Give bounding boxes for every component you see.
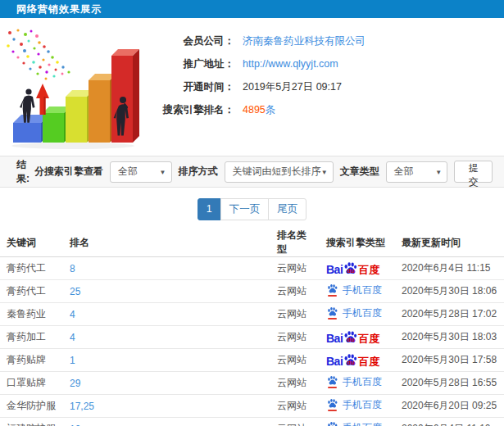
mobile-baidu-badge: 手机百度 — [326, 421, 382, 426]
rank-type-cell: 云网站 — [270, 395, 320, 418]
keyword-cell: 福建防护服 — [0, 418, 63, 426]
info-row-url: 推广地址： http://www.qlyyjt.com — [146, 52, 504, 75]
rank-link[interactable]: 8 — [70, 263, 75, 274]
updated-text: 2020年5月28日 16:55 — [402, 377, 497, 388]
article-type-value: 全部 — [394, 165, 414, 179]
baidu-cn-text: 百度 — [358, 333, 379, 344]
next-page-button[interactable]: 下一页 — [220, 198, 270, 220]
mobile-baidu-badge: 手机百度 — [326, 375, 382, 389]
last-page-button[interactable]: 尾页 — [268, 198, 306, 220]
rank-link[interactable]: 29 — [70, 378, 80, 389]
updated-text: 2020年6月20日 09:25 — [402, 400, 497, 411]
updated-text: 2020年5月30日 18:06 — [402, 285, 497, 297]
keyword-ranking-table: 关键词 排名 排名类型 搜索引擎类型 最新更新时间 膏药代工 8 云网站 Bai… — [0, 229, 504, 426]
rank-count-number: 4895 — [243, 104, 266, 116]
updated-cell: 2020年6月20日 09:25 — [395, 395, 504, 418]
filter-controls: 分搜索引擎查看 全部 ▼ 排序方式 关键词由短到长排序 ▼ 文章类型 全部 ▼ … — [34, 161, 493, 183]
rank-cell: 4 — [63, 326, 270, 349]
engine-filter-select[interactable]: 全部 ▼ — [110, 161, 172, 183]
keyword-cell: 膏药代工 — [0, 280, 63, 303]
engine-cell: 手机百度 — [320, 280, 395, 303]
rank-cell: 4 — [63, 303, 270, 326]
keyword-cell: 口罩贴牌 — [0, 372, 63, 395]
table-row: 口罩贴牌 29 云网站 手机百度 2020年5月28日 16:55 — [0, 372, 504, 395]
promo-url-link[interactable]: http://www.qlyyjt.com — [243, 58, 338, 70]
rank-type-cell: 云网站 — [270, 326, 320, 349]
updated-text: 2020年5月28日 17:02 — [402, 308, 497, 320]
rank-type-cell: 云网站 — [270, 257, 320, 280]
page-header: 网络营销效果展示 — [0, 0, 504, 18]
member-info-panel: 会员公司： 济南秦鲁药业科技有限公司 推广地址： http://www.qlyy… — [146, 18, 504, 156]
baidu-logo: Bai du 百度 — [326, 330, 379, 344]
rank-count-value: 4895条 — [243, 103, 275, 117]
rank-type-text: 云网站 — [277, 262, 306, 274]
article-type-label: 文章类型 — [340, 165, 379, 179]
promo-url-label: 推广地址： — [146, 57, 234, 71]
pagination: 1 下一页 尾页 — [0, 198, 504, 220]
updated-cell: 2020年5月30日 17:58 — [395, 349, 504, 372]
table-row: 膏药加工 4 云网站 Bai du 百度 2020年5月30日 18:03 — [0, 326, 504, 349]
mobile-baidu-label: 手机百度 — [343, 398, 382, 412]
caret-down-icon: ▼ — [435, 168, 442, 175]
mobile-baidu-red-bar — [328, 295, 337, 297]
updated-cell: 2020年5月30日 18:03 — [395, 326, 504, 349]
rank-type-text: 云网站 — [277, 423, 306, 426]
mobile-baidu-paw-icon — [326, 421, 338, 426]
sort-label: 排序方式 — [179, 165, 218, 179]
bar-red — [111, 49, 139, 143]
rank-link[interactable]: 1 — [70, 355, 75, 366]
rank-cell: 1 — [63, 349, 270, 372]
rank-link[interactable]: 10 — [70, 424, 80, 426]
page-1-button[interactable]: 1 — [198, 198, 221, 220]
company-link[interactable]: 济南秦鲁药业科技有限公司 — [243, 34, 366, 48]
rank-cell: 17,25 — [63, 395, 270, 418]
keyword-text: 秦鲁药业 — [7, 308, 46, 320]
keyword-cell: 膏药贴牌 — [0, 349, 63, 372]
caret-down-icon: ▼ — [321, 168, 328, 175]
engine-cell: Bai du 百度 — [320, 349, 395, 372]
mobile-baidu-paw-icon — [326, 283, 338, 297]
article-type-select[interactable]: 全部 ▼ — [386, 161, 448, 183]
rank-cell: 29 — [63, 372, 270, 395]
rank-link[interactable]: 4 — [70, 309, 75, 320]
rank-type-cell: 云网站 — [270, 280, 320, 303]
baidu-paw-icon: du — [343, 353, 357, 367]
sort-select[interactable]: 关键词由短到长排序 ▼ — [225, 161, 334, 183]
table-row: 秦鲁药业 4 云网站 手机百度 2020年5月28日 17:02 — [0, 303, 504, 326]
baidu-cn-text: 百度 — [358, 356, 379, 367]
engine-cell: 手机百度 — [320, 303, 395, 326]
keyword-text: 膏药加工 — [7, 331, 46, 342]
rank-link[interactable]: 25 — [70, 286, 80, 297]
mobile-baidu-red-bar — [328, 387, 337, 388]
mobile-baidu-label: 手机百度 — [343, 375, 382, 389]
engine-filter-value: 全部 — [118, 165, 138, 179]
baidu-logo: Bai du 百度 — [326, 261, 379, 275]
header-rank-type: 排名类型 — [270, 229, 320, 257]
keyword-text: 膏药代工 — [7, 262, 46, 274]
rank-type-text: 云网站 — [277, 354, 306, 365]
rank-type-text: 云网站 — [277, 377, 306, 388]
keyword-cell: 金华防护服 — [0, 395, 63, 418]
engine-cell: 手机百度 — [320, 418, 395, 426]
table-row: 金华防护服 17,25 云网站 手机百度 2020年6月20日 09:25 — [0, 395, 504, 418]
opened-label: 开通时间： — [146, 80, 234, 94]
mobile-baidu-badge: 手机百度 — [326, 283, 382, 297]
rank-link[interactable]: 4 — [70, 332, 75, 343]
info-row-opened: 开通时间： 2019年5月27日 09:17 — [146, 75, 504, 98]
rank-link[interactable]: 17,25 — [70, 401, 94, 412]
confetti-dots — [7, 29, 70, 79]
updated-cell: 2020年5月28日 17:02 — [395, 303, 504, 326]
baidu-bai-text: Bai — [326, 333, 343, 344]
header-keyword: 关键词 — [0, 229, 63, 257]
engine-filter-label: 分搜索引擎查看 — [34, 165, 103, 179]
updated-cell: 2020年5月28日 16:55 — [395, 372, 504, 395]
submit-button[interactable]: 提交 — [454, 161, 493, 183]
rank-cell: 10 — [63, 418, 270, 426]
engine-cell: Bai du 百度 — [320, 257, 395, 280]
bar-chart-illustration — [0, 18, 146, 156]
rank-cell: 25 — [63, 280, 270, 303]
keyword-text: 金华防护服 — [7, 400, 56, 411]
updated-text: 2020年5月30日 18:03 — [402, 331, 497, 342]
mobile-baidu-red-bar — [328, 318, 337, 320]
baidu-du-text: du — [347, 360, 354, 366]
